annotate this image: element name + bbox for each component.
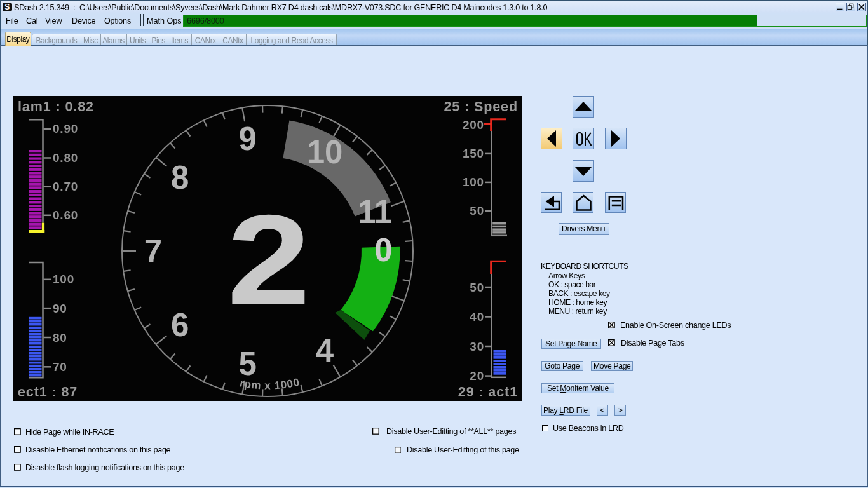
svg-text:0.90: 0.90 bbox=[53, 122, 78, 135]
svg-text:29 : act1: 29 : act1 bbox=[458, 384, 518, 400]
svg-text:200: 200 bbox=[463, 118, 484, 132]
svg-text:ect1 : 87: ect1 : 87 bbox=[18, 384, 78, 400]
svg-text:0.70: 0.70 bbox=[53, 180, 78, 193]
svg-text:20: 20 bbox=[470, 369, 484, 383]
svg-text:7: 7 bbox=[144, 233, 162, 269]
svg-text:0.60: 0.60 bbox=[53, 208, 78, 222]
svg-text:10: 10 bbox=[307, 134, 343, 170]
svg-text:0: 0 bbox=[374, 232, 392, 268]
svg-text:11: 11 bbox=[358, 194, 392, 230]
svg-text:100: 100 bbox=[463, 175, 484, 189]
svg-text:5: 5 bbox=[239, 346, 257, 382]
svg-text:2: 2 bbox=[227, 188, 310, 332]
svg-text:30: 30 bbox=[470, 340, 484, 353]
svg-text:50: 50 bbox=[470, 204, 484, 217]
svg-text:150: 150 bbox=[463, 147, 484, 160]
svg-text:0.80: 0.80 bbox=[53, 151, 78, 165]
svg-text:80: 80 bbox=[53, 331, 67, 344]
svg-text:9: 9 bbox=[239, 121, 257, 157]
svg-text:lam1 : 0.82: lam1 : 0.82 bbox=[18, 99, 94, 114]
svg-text:90: 90 bbox=[53, 302, 67, 315]
svg-text:4: 4 bbox=[316, 332, 334, 369]
svg-text:70: 70 bbox=[53, 360, 67, 374]
svg-text:50: 50 bbox=[470, 281, 484, 294]
svg-text:25 : Speed: 25 : Speed bbox=[444, 99, 518, 114]
svg-text:100: 100 bbox=[53, 273, 74, 286]
svg-text:6: 6 bbox=[171, 307, 189, 343]
svg-text:40: 40 bbox=[470, 310, 484, 323]
svg-text:8: 8 bbox=[171, 159, 189, 196]
